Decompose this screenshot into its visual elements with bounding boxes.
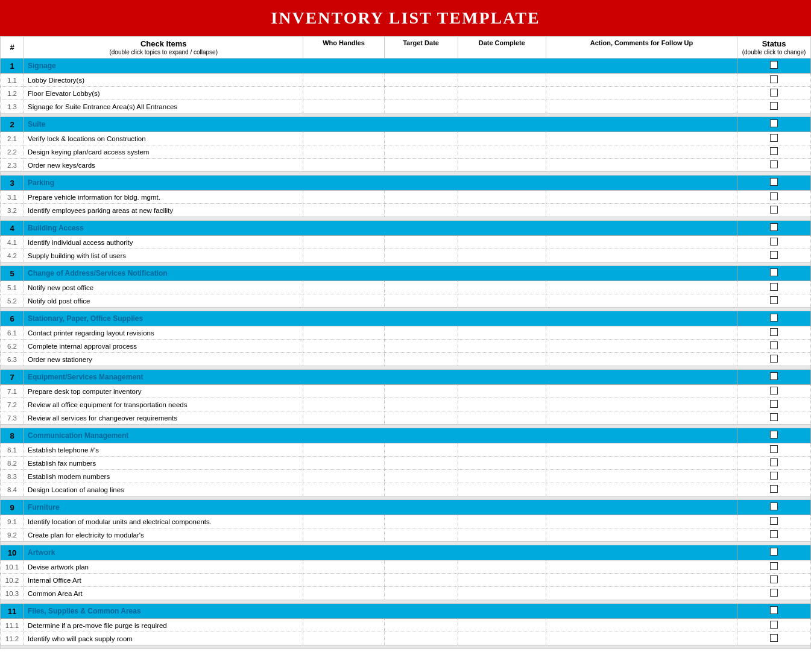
item-action-comments[interactable] [546,191,737,204]
section-row[interactable]: 9 Furniture [1,500,811,515]
item-target-date[interactable] [384,587,458,600]
item-target-date[interactable] [384,470,458,483]
item-status-checkbox[interactable] [737,326,810,340]
item-status-checkbox[interactable] [737,159,810,172]
item-action-comments[interactable] [546,457,737,470]
item-date-complete[interactable] [458,515,546,528]
checkbox-icon[interactable] [770,89,778,97]
item-target-date[interactable] [384,457,458,470]
item-action-comments[interactable] [546,340,737,353]
item-status-checkbox[interactable] [737,132,810,145]
item-status-checkbox[interactable] [737,483,810,496]
item-who-handles[interactable] [303,457,384,470]
item-date-complete[interactable] [458,74,546,87]
item-status-checkbox[interactable] [737,281,810,294]
item-who-handles[interactable] [303,528,384,542]
item-status-checkbox[interactable] [737,87,810,100]
item-target-date[interactable] [384,159,458,172]
item-status-checkbox[interactable] [737,411,810,425]
item-who-handles[interactable] [303,340,384,353]
item-target-date[interactable] [384,236,458,249]
item-date-complete[interactable] [458,353,546,366]
item-target-date[interactable] [384,191,458,204]
item-action-comments[interactable] [546,281,737,294]
checkbox-icon[interactable] [770,562,778,570]
item-date-complete[interactable] [458,204,546,217]
item-date-complete[interactable] [458,470,546,483]
checkbox-icon[interactable] [770,355,778,363]
item-target-date[interactable] [384,385,458,398]
item-status-checkbox[interactable] [737,443,810,457]
item-target-date[interactable] [384,100,458,113]
checkbox-icon[interactable] [770,413,778,421]
checkbox-icon[interactable] [770,102,778,110]
checkbox-icon[interactable] [770,328,778,336]
checkbox-icon[interactable] [770,431,778,439]
checkbox-icon[interactable] [770,75,778,83]
checkbox-icon[interactable] [770,530,778,538]
section-row[interactable]: 10 Artwork [1,545,811,560]
section-status-checkbox[interactable] [737,500,810,515]
item-status-checkbox[interactable] [737,560,810,574]
section-status-checkbox[interactable] [737,117,810,132]
item-action-comments[interactable] [546,145,737,159]
item-who-handles[interactable] [303,560,384,574]
item-date-complete[interactable] [458,281,546,294]
checkbox-icon[interactable] [770,445,778,453]
item-who-handles[interactable] [303,515,384,528]
section-status-checkbox[interactable] [737,59,810,74]
item-action-comments[interactable] [546,294,737,308]
item-target-date[interactable] [384,326,458,340]
checkbox-icon[interactable] [770,548,778,556]
checkbox-icon[interactable] [770,160,778,168]
checkbox-icon[interactable] [770,387,778,395]
item-who-handles[interactable] [303,294,384,308]
item-who-handles[interactable] [303,632,384,645]
item-action-comments[interactable] [546,574,737,587]
section-row[interactable]: 3 Parking [1,176,811,191]
item-action-comments[interactable] [546,100,737,113]
item-target-date[interactable] [384,294,458,308]
item-status-checkbox[interactable] [737,457,810,470]
item-date-complete[interactable] [458,398,546,411]
checkbox-icon[interactable] [770,502,778,510]
checkbox-icon[interactable] [770,606,778,614]
checkbox-icon[interactable] [770,589,778,597]
item-date-complete[interactable] [458,340,546,353]
item-status-checkbox[interactable] [737,632,810,645]
item-date-complete[interactable] [458,132,546,145]
item-status-checkbox[interactable] [737,619,810,632]
item-status-checkbox[interactable] [737,204,810,217]
item-status-checkbox[interactable] [737,353,810,366]
item-target-date[interactable] [384,619,458,632]
checkbox-icon[interactable] [770,621,778,629]
item-date-complete[interactable] [458,159,546,172]
item-action-comments[interactable] [546,483,737,496]
item-target-date[interactable] [384,204,458,217]
checkbox-icon[interactable] [770,223,778,231]
section-status-checkbox[interactable] [737,266,810,281]
item-action-comments[interactable] [546,515,737,528]
item-action-comments[interactable] [546,398,737,411]
item-action-comments[interactable] [546,587,737,600]
item-target-date[interactable] [384,281,458,294]
item-date-complete[interactable] [458,443,546,457]
item-who-handles[interactable] [303,159,384,172]
item-status-checkbox[interactable] [737,340,810,353]
item-date-complete[interactable] [458,457,546,470]
item-date-complete[interactable] [458,100,546,113]
checkbox-icon[interactable] [770,238,778,246]
checkbox-icon[interactable] [770,517,778,525]
item-action-comments[interactable] [546,74,737,87]
item-target-date[interactable] [384,398,458,411]
checkbox-icon[interactable] [770,206,778,214]
checkbox-icon[interactable] [770,119,778,127]
checkbox-icon[interactable] [770,372,778,380]
item-status-checkbox[interactable] [737,145,810,159]
item-action-comments[interactable] [546,159,737,172]
section-status-checkbox[interactable] [737,370,810,385]
item-who-handles[interactable] [303,132,384,145]
item-action-comments[interactable] [546,443,737,457]
item-date-complete[interactable] [458,145,546,159]
item-date-complete[interactable] [458,87,546,100]
